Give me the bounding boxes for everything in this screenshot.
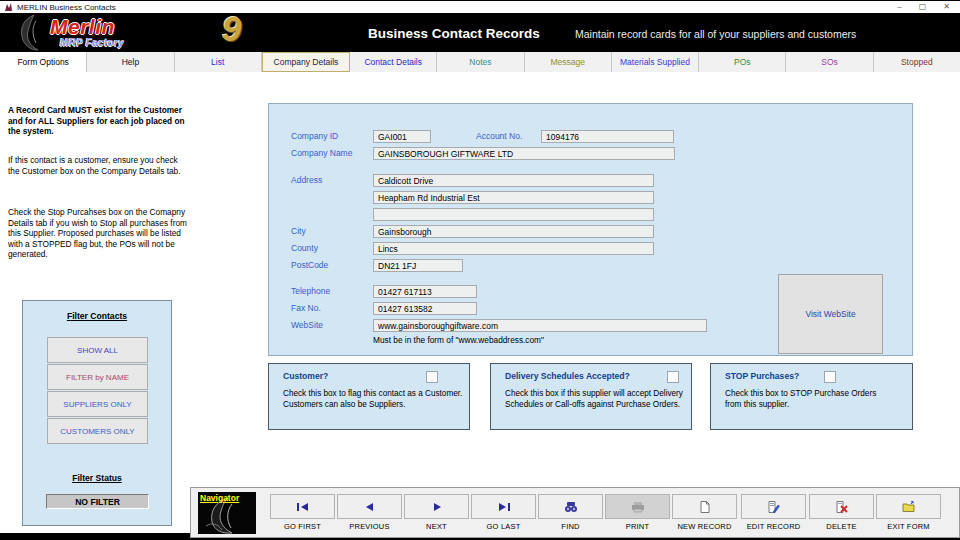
find-button[interactable]: FIND (538, 494, 603, 531)
previous-button[interactable]: PREVIOUS (337, 494, 402, 531)
tab-help[interactable]: Help (87, 52, 174, 72)
county-label: County (291, 243, 318, 253)
brand-name: Merlin (50, 15, 115, 39)
brand-subname: MRP Factory (60, 37, 124, 48)
postcode-label: PostCode (291, 260, 328, 270)
fax-label: Fax No. (291, 303, 321, 313)
city-field[interactable] (373, 225, 654, 238)
form-body: A Record Card MUST exist for the Custome… (0, 72, 960, 533)
go-last-icon (497, 502, 511, 512)
minimize-icon[interactable]: – (897, 1, 901, 13)
filter-contacts-panel: Filter Contacts SHOW ALL FILTER by NAME … (22, 300, 172, 526)
county-field[interactable] (373, 242, 654, 255)
telephone-label: Telephone (291, 286, 330, 296)
filter-contacts-title: Filter Contacts (23, 311, 171, 321)
account-no-field[interactable] (541, 130, 674, 143)
address-label: Address (291, 175, 322, 185)
customers-only-button[interactable]: CUSTOMERS ONLY (47, 418, 148, 444)
customer-panel-title: Customer? (283, 371, 328, 381)
next-icon (430, 502, 444, 512)
tab-strip: Form Options Help List Company Details C… (0, 52, 960, 73)
sidebar-note-record-card: A Record Card MUST exist for the Custome… (8, 105, 190, 137)
filter-by-name-button[interactable]: FILTER by NAME (47, 364, 148, 390)
filter-status-value: NO FILTER (46, 494, 149, 509)
website-field[interactable] (373, 319, 707, 332)
tab-stopped[interactable]: Stopped (874, 52, 960, 72)
company-name-label: Company Name (291, 148, 352, 158)
delivery-schedules-checkbox[interactable] (667, 371, 679, 383)
exit-form-icon (902, 501, 916, 513)
company-id-field[interactable] (373, 130, 431, 143)
close-icon[interactable]: ✕ (943, 1, 950, 13)
company-name-field[interactable] (373, 147, 675, 160)
merlin-wizard-image (14, 13, 54, 52)
tab-message[interactable]: Message (525, 52, 612, 72)
go-last-button[interactable]: GO LAST (471, 494, 536, 531)
new-record-button[interactable]: NEW RECORD (672, 494, 737, 531)
tab-pos[interactable]: POs (699, 52, 786, 72)
tab-sos[interactable]: SOs (786, 52, 873, 72)
edit-record-icon (767, 501, 780, 513)
suppliers-only-button[interactable]: SUPPLIERS ONLY (47, 391, 148, 417)
sidebar-note-customer: If this contact is a customer, ensure yo… (8, 155, 190, 176)
delete-button[interactable]: DELETE (809, 494, 874, 531)
website-format-note: Must be in the form of "www.webaddress.c… (373, 335, 544, 345)
stop-purchases-panel-text: Check this box to STOP Purchase Orders (725, 388, 876, 399)
tab-contact-details[interactable]: Contact Details (350, 52, 437, 72)
new-record-icon (699, 501, 711, 513)
previous-icon (363, 502, 377, 512)
navigator-wizard-image: Navigator (198, 492, 256, 534)
telephone-field[interactable] (373, 285, 477, 298)
print-button[interactable]: PRINT (605, 494, 670, 531)
app-icon (4, 3, 13, 12)
tab-materials-supplied[interactable]: Materials Supplied (612, 52, 699, 72)
app-header: Merlin MRP Factory 9 Business Contact Re… (0, 13, 960, 52)
address-line1-field[interactable] (373, 174, 654, 187)
account-no-label: Account No. (476, 131, 522, 141)
page-title: Business Contact Records (368, 26, 540, 41)
print-icon (631, 501, 645, 513)
fax-field[interactable] (373, 302, 477, 315)
exit-form-button[interactable]: EXIT FORM (876, 494, 941, 531)
go-first-icon (296, 502, 310, 512)
customer-panel: Customer? Check this box to flag this co… (268, 363, 470, 430)
delete-icon (835, 501, 848, 513)
tab-form-options[interactable]: Form Options (0, 52, 87, 72)
tab-list[interactable]: List (175, 52, 262, 72)
stop-purchases-panel: STOP Purchases? Check this box to STOP P… (710, 363, 913, 430)
page-subtitle: Maintain record cards for all of your su… (575, 28, 856, 40)
stop-purchases-checkbox[interactable] (824, 371, 836, 383)
brand-version: 9 (222, 9, 241, 49)
show-all-button[interactable]: SHOW ALL (47, 337, 148, 363)
delivery-schedules-panel-text: Check this box if this supplier will acc… (505, 388, 683, 399)
city-label: City (291, 226, 306, 236)
maximize-icon[interactable]: ▢ (919, 1, 927, 13)
visit-website-button[interactable]: Visit WebSite (778, 274, 883, 354)
sidebar-note-stop-purchases: Check the Stop Purcahses box on the Coma… (8, 207, 190, 260)
customer-checkbox[interactable] (426, 371, 438, 383)
customer-panel-text: Check this box to flag this contact as a… (283, 388, 462, 399)
go-first-button[interactable]: GO FIRST (270, 494, 335, 531)
window-title: MERLIN Business Contacts (17, 3, 116, 12)
filter-status-title: Filter Status (23, 473, 171, 483)
next-button[interactable]: NEXT (404, 494, 469, 531)
company-id-label: Company ID (291, 131, 338, 141)
address-line2-field[interactable] (373, 191, 654, 204)
company-details-panel: Company ID Account No. Company Name Addr… (268, 103, 913, 356)
postcode-field[interactable] (373, 259, 463, 272)
stop-purchases-panel-title: STOP Purchases? (725, 371, 799, 381)
find-icon (564, 501, 578, 513)
navigator-label: Navigator (200, 493, 239, 503)
delivery-schedules-panel-title: Delivery Schedules Accepted? (505, 371, 630, 381)
tab-notes[interactable]: Notes (437, 52, 524, 72)
tab-company-details[interactable]: Company Details (262, 52, 350, 72)
window-title-bar: MERLIN Business Contacts – ▢ ✕ (0, 1, 960, 13)
address-line3-field[interactable] (373, 208, 654, 221)
edit-record-button[interactable]: EDIT RECORD (741, 494, 806, 531)
delivery-schedules-panel: Delivery Schedules Accepted? Check this … (490, 363, 692, 430)
website-label: WebSite (291, 320, 323, 330)
navigator-bar: Navigator GO FIRST PREVIOUS NEXT GO LAST… (190, 487, 960, 538)
